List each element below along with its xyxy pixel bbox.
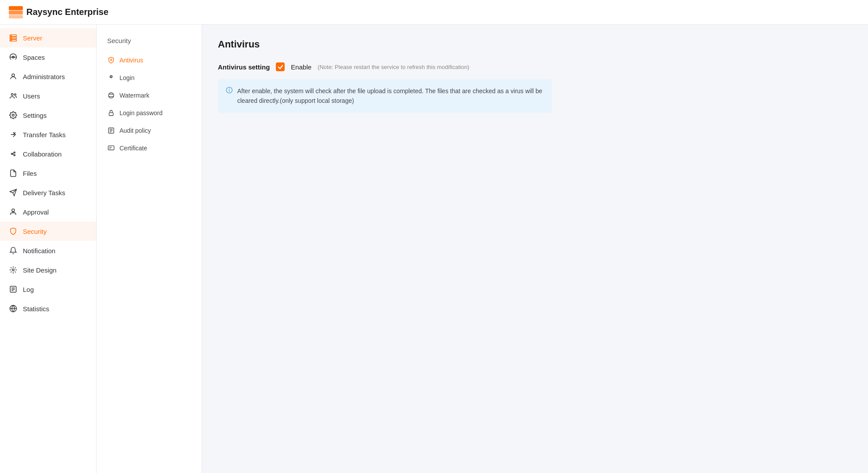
transfer-icon: [9, 130, 18, 139]
svg-point-11: [11, 94, 14, 96]
secondary-label-watermark: Watermark: [119, 92, 149, 99]
sidebar-item-approval[interactable]: Approval: [0, 202, 96, 222]
svg-point-10: [12, 74, 14, 76]
antivirus-info-text: After enable, the system will check afte…: [237, 86, 544, 106]
admin-icon: [9, 72, 18, 81]
sidebar-label-delivery-tasks: Delivery Tasks: [23, 189, 65, 196]
sidebar-item-notification[interactable]: Notification: [0, 241, 96, 260]
sidebar-label-site-design: Site Design: [23, 266, 57, 274]
login-sec-icon: [107, 74, 115, 82]
secondary-sidebar: Security Antivirus Login Watermark Login…: [97, 25, 202, 473]
security-icon: [9, 227, 18, 236]
antivirus-info-box: After enable, the system will check afte…: [218, 79, 552, 113]
sidebar-item-server[interactable]: Server: [0, 28, 96, 47]
sidebar-label-administrators: Administrators: [23, 73, 65, 80]
svg-point-20: [12, 209, 14, 211]
secondary-label-audit-policy: Audit policy: [119, 127, 151, 134]
secondary-item-watermark[interactable]: Watermark: [97, 87, 202, 104]
svg-point-7: [11, 38, 12, 39]
sidebar-label-files: Files: [23, 170, 37, 177]
svg-point-32: [108, 93, 114, 98]
sidebar-item-settings[interactable]: Settings: [0, 106, 96, 125]
sidebar-label-collaboration: Collaboration: [23, 150, 61, 158]
svg-point-12: [14, 94, 16, 95]
approval-icon: [9, 207, 18, 216]
svg-rect-40: [108, 146, 114, 150]
main-layout: Server Spaces Administrators Users Setti: [0, 25, 868, 473]
sidebar-item-administrators[interactable]: Administrators: [0, 67, 96, 86]
svg-line-17: [13, 154, 14, 155]
spaces-icon: [9, 53, 18, 62]
sidebar-item-security[interactable]: Security: [0, 222, 96, 241]
svg-line-16: [13, 153, 14, 154]
sidebar-item-site-design[interactable]: Site Design: [0, 260, 96, 280]
sidebar-item-files[interactable]: Files: [0, 164, 96, 183]
svg-point-29: [111, 59, 112, 61]
secondary-item-audit-policy[interactable]: Audit policy: [97, 122, 202, 139]
logo-icon: [9, 6, 23, 18]
log-icon: [9, 285, 18, 294]
users-icon: [9, 91, 18, 100]
svg-point-22: [12, 269, 14, 271]
antivirus-setting-row: Antivirus setting Enable (Note: Please r…: [218, 62, 852, 71]
sidebar-label-transfer-tasks: Transfer Tasks: [23, 131, 66, 138]
sidebar-item-statistics[interactable]: Statistics: [0, 299, 96, 318]
settings-icon: [9, 111, 18, 120]
sidebar-item-log[interactable]: Log: [0, 280, 96, 299]
secondary-item-antivirus[interactable]: Antivirus: [97, 51, 202, 69]
sidebar-label-server: Server: [23, 34, 42, 42]
svg-point-13: [11, 153, 13, 155]
audit-policy-sec-icon: [107, 127, 115, 135]
secondary-sidebar-header: Security: [97, 33, 202, 51]
secondary-item-login[interactable]: Login: [97, 69, 202, 87]
app-header: Raysync Enterprise: [0, 0, 868, 25]
page-title: Antivirus: [218, 39, 852, 50]
svg-rect-0: [9, 6, 23, 10]
antivirus-setting-label: Antivirus setting: [218, 63, 270, 71]
secondary-item-certificate[interactable]: Certificate: [97, 139, 202, 157]
svg-rect-1: [9, 11, 23, 15]
svg-point-8: [11, 40, 12, 41]
svg-point-31: [110, 76, 112, 77]
files-icon: [9, 169, 18, 178]
sidebar-label-spaces: Spaces: [23, 54, 45, 61]
sidebar-label-settings: Settings: [23, 112, 47, 119]
secondary-label-login-password: Login password: [119, 109, 163, 116]
logo: Raysync Enterprise: [9, 6, 108, 18]
main-content: Antivirus Antivirus setting Enable (Note…: [202, 25, 868, 473]
antivirus-enable-checkbox[interactable]: [276, 62, 285, 71]
sidebar-label-statistics: Statistics: [23, 305, 49, 313]
sidebar-label-log: Log: [23, 286, 34, 293]
note-text: (Note: Please restart the service to ref…: [318, 64, 469, 70]
delivery-icon: [9, 188, 18, 197]
svg-rect-35: [109, 113, 113, 116]
svg-point-6: [11, 35, 12, 36]
sidebar-label-users: Users: [23, 92, 40, 100]
secondary-label-certificate: Certificate: [119, 145, 147, 152]
secondary-item-login-password[interactable]: Login password: [97, 104, 202, 122]
secondary-label-login: Login: [119, 74, 134, 81]
sidebar-item-delivery-tasks[interactable]: Delivery Tasks: [0, 183, 96, 202]
sidebar-item-users[interactable]: Users: [0, 86, 96, 106]
sidebar-item-transfer-tasks[interactable]: Transfer Tasks: [0, 125, 96, 144]
antivirus-sec-icon: [107, 56, 115, 64]
svg-point-15: [14, 155, 15, 156]
login-password-sec-icon: [107, 109, 115, 117]
sidebar-item-spaces[interactable]: Spaces: [0, 47, 96, 67]
sidebar-label-notification: Notification: [23, 247, 55, 255]
site-design-icon: [9, 266, 18, 274]
enable-label: Enable: [291, 63, 311, 71]
primary-sidebar: Server Spaces Administrators Users Setti: [0, 25, 97, 473]
svg-rect-2: [9, 15, 23, 18]
info-icon: [226, 87, 233, 95]
certificate-sec-icon: [107, 144, 115, 152]
sidebar-label-security: Security: [23, 228, 47, 235]
svg-point-14: [14, 152, 15, 153]
logo-text: Raysync Enterprise: [26, 7, 108, 17]
sidebar-label-approval: Approval: [23, 208, 49, 216]
server-icon: [9, 33, 18, 42]
statistics-icon: [9, 304, 18, 313]
sidebar-item-collaboration[interactable]: Collaboration: [0, 144, 96, 164]
notification-icon: [9, 246, 18, 255]
watermark-sec-icon: [107, 91, 115, 99]
